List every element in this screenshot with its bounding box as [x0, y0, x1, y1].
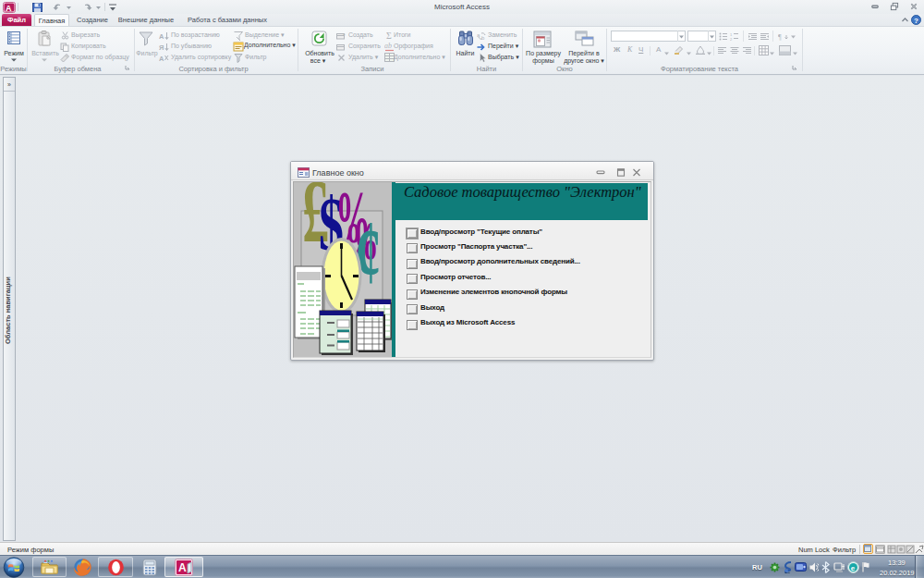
svg-text:A: A [178, 561, 187, 574]
svg-text:e: e [851, 564, 856, 572]
svg-text:А: А [159, 32, 164, 41]
svg-text:?: ? [914, 17, 918, 25]
svg-text:¶: ¶ [778, 33, 782, 41]
svg-text:Я: Я [159, 43, 164, 52]
svg-text:A: A [6, 4, 12, 13]
svg-text:Σ: Σ [386, 31, 392, 41]
svg-text:2: 2 [730, 37, 733, 41]
svg-text:b: b [481, 35, 485, 41]
svg-text:*: * [343, 32, 346, 39]
svg-text:А: А [159, 55, 164, 63]
svg-text:ab: ab [384, 42, 392, 50]
